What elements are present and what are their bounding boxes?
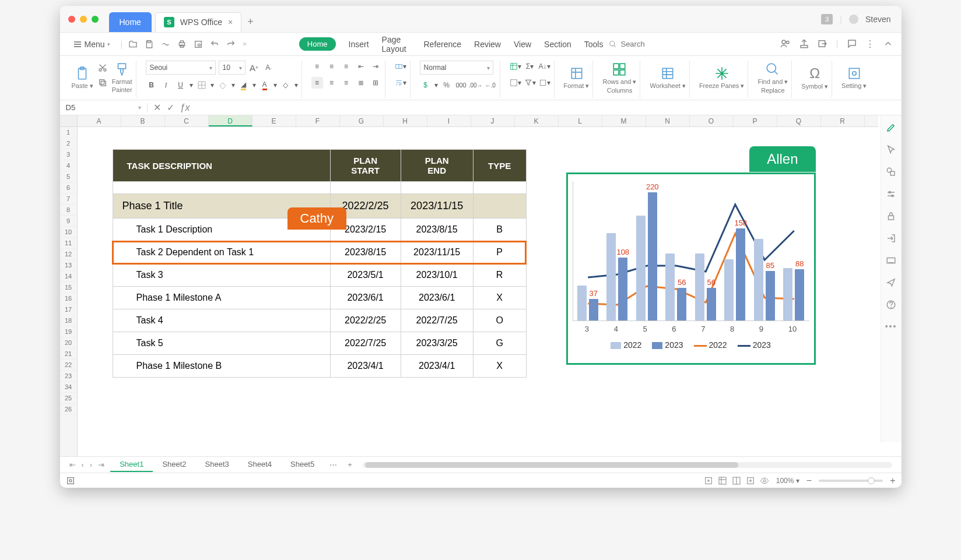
filter-icon[interactable]: ▾	[524, 77, 536, 89]
col-header-D[interactable]: D	[209, 115, 252, 126]
lock-icon[interactable]	[886, 211, 896, 221]
decrease-decimal-icon[interactable]: ←.0	[485, 79, 496, 91]
row-header-9[interactable]: 9	[60, 216, 77, 227]
col-header-C[interactable]: C	[165, 115, 209, 126]
ribbon-tab-insert[interactable]: Insert	[349, 40, 369, 49]
col-header-M[interactable]: M	[602, 115, 646, 126]
align-right-icon[interactable]: ≡	[341, 77, 352, 89]
align-middle-icon[interactable]: ≡	[326, 61, 338, 72]
sheet-tab-sheet5[interactable]: Sheet5	[281, 457, 324, 472]
sheet-more-icon[interactable]: ⋯	[325, 460, 342, 469]
col-header-B[interactable]: B	[121, 115, 165, 126]
pointer-icon[interactable]	[886, 145, 896, 155]
sort-icon[interactable]: A↓▾	[539, 61, 550, 72]
open-icon[interactable]	[128, 40, 138, 49]
avatar[interactable]	[849, 15, 858, 24]
print-icon[interactable]	[177, 40, 187, 49]
row-header-5[interactable]: 5	[60, 171, 77, 182]
print-preview-icon[interactable]	[194, 40, 203, 49]
paste-button[interactable]: Paste ▾	[72, 61, 93, 94]
phase-end[interactable]: 2023/11/15	[401, 194, 473, 219]
sheet-prev-icon[interactable]: ‹	[82, 460, 84, 469]
increase-decimal-icon[interactable]: .00→	[470, 79, 482, 91]
row-header-21[interactable]: 21	[60, 348, 77, 360]
ribbon-tab-section[interactable]: Section	[544, 40, 571, 49]
zoom-slider[interactable]	[819, 480, 883, 482]
col-header-J[interactable]: J	[471, 115, 515, 126]
row-header-10[interactable]: 10	[60, 227, 77, 238]
name-box[interactable]: D5▾	[60, 103, 148, 112]
ribbon-tab-reference[interactable]: Reference	[423, 40, 461, 49]
record-macro-icon[interactable]	[66, 476, 75, 485]
copy-icon[interactable]	[98, 78, 107, 87]
row-headers[interactable]: 1234567891011121314151617181920212223342…	[60, 127, 78, 456]
row-header-22[interactable]: 22	[60, 360, 77, 371]
col-header-F[interactable]: F	[296, 115, 340, 126]
accept-formula-icon[interactable]: ✓	[167, 102, 174, 113]
row-header-6[interactable]: 6	[60, 182, 77, 193]
reading-view-icon[interactable]	[746, 476, 755, 485]
sheet-tab-sheet1[interactable]: Sheet1	[110, 457, 153, 472]
row-header-2[interactable]: 2	[60, 138, 77, 149]
highlight-icon[interactable]: ◢	[238, 79, 250, 91]
sheet-tab-sheet4[interactable]: Sheet4	[239, 457, 281, 472]
ribbon-tab-tools[interactable]: Tools	[584, 40, 604, 49]
normal-view-icon[interactable]	[718, 476, 727, 485]
row-header-19[interactable]: 19	[60, 326, 77, 337]
justify-icon[interactable]: ≣	[355, 77, 367, 89]
col-header-H[interactable]: H	[384, 115, 427, 126]
distribute-icon[interactable]: ⊞	[370, 77, 381, 89]
font-name-select[interactable]: Seoui	[146, 61, 216, 75]
export-icon[interactable]	[818, 38, 828, 49]
bold-icon[interactable]: B	[146, 79, 157, 91]
cell-format-icon[interactable]: ▾	[539, 77, 550, 89]
table-style-icon[interactable]: ▾	[510, 61, 521, 72]
exit-icon[interactable]	[886, 233, 896, 244]
row-header-1[interactable]: 1	[60, 127, 77, 138]
settings-side-icon[interactable]	[886, 189, 896, 199]
find-replace-button[interactable]: Find and ▾Replace	[757, 61, 788, 94]
maximize-window-icon[interactable]	[92, 16, 99, 23]
col-header-Q[interactable]: Q	[777, 115, 821, 126]
wrap-text-icon[interactable]: ▾	[395, 77, 406, 89]
sheet-tab-sheet3[interactable]: Sheet3	[196, 457, 239, 472]
col-header-P[interactable]: P	[734, 115, 777, 126]
col-header-E[interactable]: E	[252, 115, 296, 126]
help-icon[interactable]	[886, 300, 896, 310]
row-header-18[interactable]: 18	[60, 315, 77, 326]
focus-mode-icon[interactable]	[704, 476, 713, 485]
col-header-A[interactable]: A	[78, 115, 121, 126]
table-row[interactable]: Task 2 Dependent on Task 12023/8/152023/…	[113, 241, 526, 264]
row-header-4[interactable]: 4	[60, 160, 77, 171]
col-header-R[interactable]: R	[821, 115, 865, 126]
col-header-O[interactable]: O	[690, 115, 734, 126]
font-size-select[interactable]: 10	[219, 61, 245, 75]
ribbon-tab-view[interactable]: View	[514, 40, 531, 49]
col-header-L[interactable]: L	[559, 115, 602, 126]
add-tab-button[interactable]: +	[247, 12, 254, 32]
ribbon-tab-page-layout[interactable]: Page Layout	[382, 35, 411, 54]
table-row[interactable]: Task 32023/5/12023/10/1R	[113, 264, 526, 287]
fill-color-icon[interactable]	[217, 79, 229, 91]
row-header-26[interactable]: 26	[60, 404, 77, 415]
menu-button[interactable]: Menu ▾	[68, 37, 115, 51]
column-headers[interactable]: ABCDEFGHIJKLMNOPQR	[78, 115, 878, 127]
row-header-23[interactable]: 23	[60, 371, 77, 382]
qat-more-icon[interactable]: »	[243, 40, 247, 49]
save-icon[interactable]	[145, 40, 154, 49]
pencil-icon[interactable]	[886, 122, 896, 133]
comment-icon[interactable]	[847, 38, 857, 49]
cancel-formula-icon[interactable]: ✕	[153, 102, 161, 113]
setting-button[interactable]: Setting ▾	[841, 61, 867, 94]
side-more-icon[interactable]: •••	[885, 322, 897, 331]
ribbon-tab-home[interactable]: Home	[299, 37, 336, 51]
comma-icon[interactable]: 000	[455, 79, 467, 91]
collaborate-icon[interactable]	[780, 38, 791, 49]
shape-icon[interactable]	[886, 167, 896, 177]
percent-icon[interactable]: %	[441, 79, 453, 91]
zoom-in-icon[interactable]: +	[890, 476, 895, 486]
decrease-indent-icon[interactable]: ⇤	[355, 61, 367, 72]
align-top-icon[interactable]: ≡	[311, 61, 323, 72]
row-header-12[interactable]: 12	[60, 249, 77, 260]
search-box[interactable]	[609, 40, 763, 48]
